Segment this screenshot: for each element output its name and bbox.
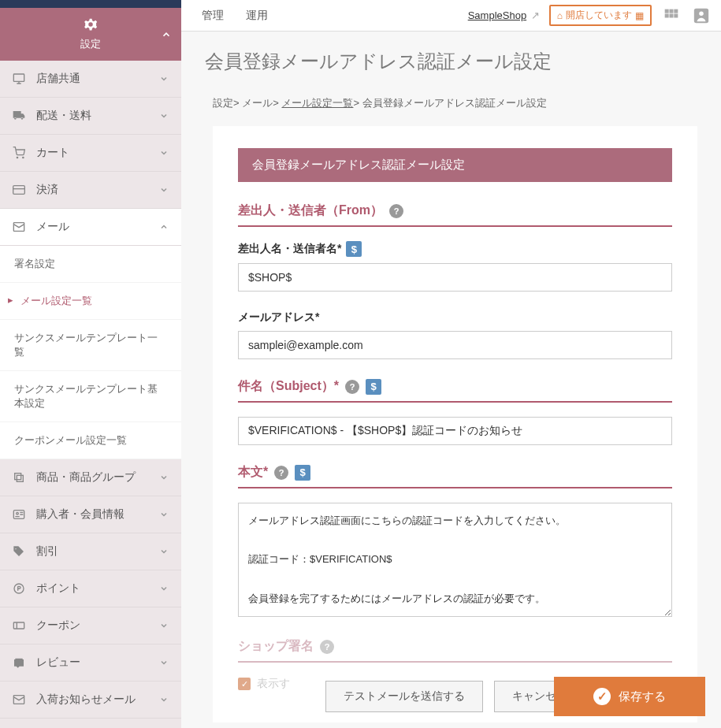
truck-icon — [13, 110, 28, 122]
sidebar-item-restock-mail[interactable]: 入荷お知らせメール — [0, 682, 181, 719]
svg-rect-0 — [13, 74, 24, 81]
check-icon: ✓ — [593, 688, 611, 705]
svg-rect-12 — [665, 9, 669, 13]
variable-badge-icon[interactable]: $ — [346, 241, 362, 257]
tab-operation[interactable]: 運用 — [235, 1, 279, 31]
chevron-up-icon — [161, 29, 172, 40]
badge-icon — [13, 508, 28, 521]
sidebar-item-cart[interactable]: カート — [0, 135, 181, 172]
chevron-down-icon — [159, 621, 169, 630]
svg-rect-16 — [670, 13, 674, 17]
chevron-down-icon — [159, 148, 169, 158]
sender-input[interactable] — [238, 263, 672, 292]
sidebar-item-shipping[interactable]: 配送・送料 — [0, 98, 181, 135]
sidebar-item-discount[interactable]: 割引 — [0, 533, 181, 570]
chevron-down-icon — [159, 473, 169, 482]
open-status-badge[interactable]: ⌂ 開店しています ▦ — [549, 5, 652, 26]
breadcrumb: 設定> メール> メール設定一覧> 会員登録メールアドレス認証メール設定 — [181, 88, 721, 126]
sender-label: 差出人名・送信者名* $ — [238, 241, 672, 257]
mail-icon — [13, 693, 28, 706]
layers-icon — [13, 471, 28, 484]
help-icon[interactable]: ? — [389, 204, 403, 218]
cart-icon — [13, 147, 28, 159]
monitor-icon — [13, 72, 28, 85]
form-card: 会員登録メールアドレス認証メール設定 差出人・送信者（From） ? 差出人名・… — [213, 126, 697, 722]
sidebar-item-review[interactable]: レビュー — [0, 644, 181, 682]
section-signature: ショップ署名 ? — [238, 638, 672, 663]
tag-icon — [13, 545, 28, 558]
page-title: 会員登録メールアドレス認証メール設定 — [181, 32, 721, 88]
sub-item-thanks-template[interactable]: サンクスメールテンプレート一覧 — [0, 320, 181, 371]
sub-item-coupon-mail[interactable]: クーポンメール設定一覧 — [0, 422, 181, 459]
svg-rect-3 — [13, 186, 25, 195]
sidebar-item-coupon[interactable]: クーポン — [0, 607, 181, 644]
card-header: 会員登録メールアドレス認証メール設定 — [238, 148, 672, 182]
card-icon — [13, 184, 28, 196]
svg-rect-6 — [17, 475, 23, 481]
svg-point-8 — [17, 512, 19, 514]
chevron-down-icon — [159, 584, 169, 593]
svg-point-2 — [23, 157, 24, 158]
subject-input[interactable] — [238, 417, 672, 445]
svg-rect-10 — [13, 622, 24, 629]
sub-item-thanks-base[interactable]: サンクスメールテンプレート基本設定 — [0, 371, 181, 422]
external-link-icon: ↗ — [531, 9, 540, 21]
svg-point-1 — [17, 157, 17, 158]
help-icon[interactable]: ? — [274, 466, 288, 480]
section-body: 本文* ? $ — [238, 464, 672, 488]
svg-rect-17 — [674, 13, 678, 17]
help-icon[interactable]: ? — [345, 380, 359, 394]
calendar-icon: ▦ — [635, 10, 644, 21]
sidebar-item-products[interactable]: 商品・商品グループ — [0, 459, 181, 496]
chevron-down-icon — [159, 510, 169, 519]
body-textarea[interactable] — [238, 503, 672, 617]
gear-icon — [82, 16, 99, 33]
chevron-up-icon — [159, 222, 169, 232]
chevron-down-icon — [159, 658, 169, 667]
email-input[interactable] — [238, 331, 672, 359]
sidebar-settings-header[interactable]: 設定 — [0, 8, 181, 61]
main: 管理 運用 SampleShop ↗ ⌂ 開店しています ▦ — [181, 0, 721, 728]
svg-rect-14 — [674, 9, 678, 13]
shop-link[interactable]: SampleShop — [468, 9, 526, 21]
save-button[interactable]: ✓ 保存する — [554, 677, 705, 716]
sub-item-signature[interactable]: 署名設定 — [0, 246, 181, 283]
review-icon — [13, 656, 28, 669]
sidebar-item-mail[interactable]: メール — [0, 209, 181, 246]
sidebar-header-label: 設定 — [0, 37, 181, 51]
svg-rect-5 — [15, 474, 21, 480]
variable-badge-icon[interactable]: $ — [295, 465, 310, 481]
sidebar-item-store[interactable]: 店舗共通 — [0, 61, 181, 98]
mail-icon — [13, 221, 28, 233]
store-icon: ⌂ — [557, 10, 563, 21]
svg-rect-13 — [670, 9, 674, 13]
breadcrumb-link[interactable]: メール設定一覧 — [281, 97, 353, 109]
chevron-down-icon — [159, 185, 169, 195]
help-icon[interactable]: ? — [320, 640, 334, 654]
svg-rect-15 — [665, 13, 669, 17]
svg-point-19 — [699, 11, 704, 16]
chevron-down-icon — [159, 547, 169, 556]
chevron-down-icon — [159, 74, 169, 84]
email-label: メールアドレス* — [238, 310, 672, 325]
topbar: 管理 運用 SampleShop ↗ ⌂ 開店しています ▦ — [181, 0, 721, 32]
sidebar-item-point[interactable]: ポイント — [0, 570, 181, 607]
chevron-down-icon — [159, 695, 169, 704]
point-icon — [13, 582, 28, 595]
sidebar-item-payment[interactable]: 決済 — [0, 172, 181, 209]
user-icon[interactable] — [691, 6, 712, 26]
sub-item-mail-list[interactable]: メール設定一覧 — [0, 283, 181, 320]
variable-badge-icon[interactable]: $ — [366, 379, 381, 395]
section-from: 差出人・送信者（From） ? — [238, 202, 672, 227]
sidebar-item-members[interactable]: 購入者・会員情報 — [0, 496, 181, 533]
sidebar: 設定 店舗共通 配送・送料 カート 決済 メール — [0, 0, 181, 728]
ticket-icon — [13, 619, 28, 632]
section-subject: 件名（Subject）* ? $ — [238, 378, 672, 403]
grid-icon[interactable] — [661, 6, 682, 26]
tab-admin[interactable]: 管理 — [191, 1, 235, 31]
footer-actions: テストメールを送信する キャンセル ✓ 保存する — [205, 681, 705, 712]
chevron-down-icon — [159, 111, 169, 121]
test-mail-button[interactable]: テストメールを送信する — [325, 681, 483, 712]
